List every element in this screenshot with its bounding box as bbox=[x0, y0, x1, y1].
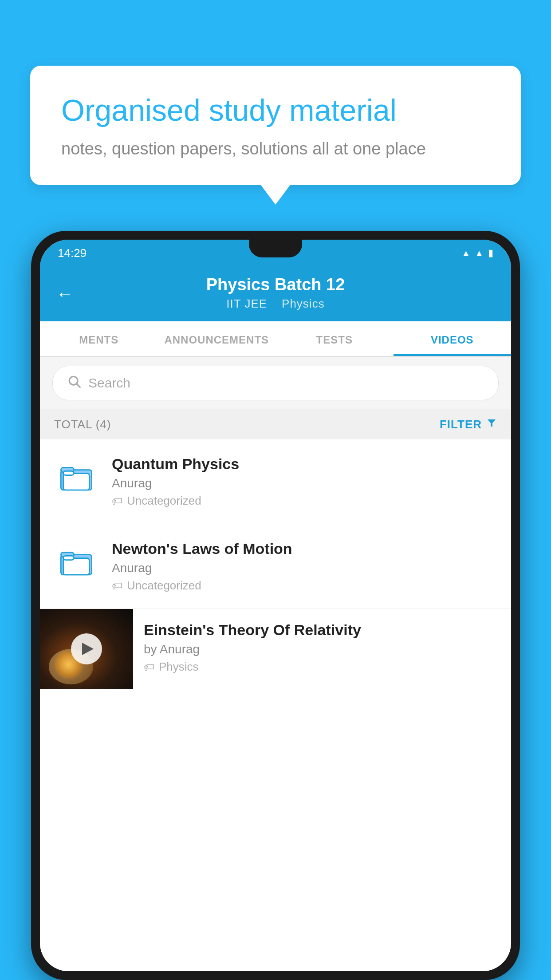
folder-icon-2 bbox=[54, 540, 98, 585]
tag-icon-3: 🏷 bbox=[144, 661, 154, 673]
item-tag-label-2: Uncategorized bbox=[127, 579, 201, 593]
total-count: TOTAL (4) bbox=[54, 418, 111, 431]
tag-icon-1: 🏷 bbox=[112, 495, 122, 507]
tab-tests[interactable]: TESTS bbox=[276, 321, 394, 356]
phone-outer: 14:29 ← Physics Batch 12 IIT JEE Physics bbox=[31, 231, 520, 980]
tab-videos[interactable]: VIDEOS bbox=[394, 321, 512, 356]
svg-line-1 bbox=[77, 384, 80, 387]
item-title-1: Quantum Physics bbox=[112, 455, 497, 473]
tab-announcements[interactable]: ANNOUNCEMENTS bbox=[158, 321, 276, 356]
filter-label: FILTER bbox=[440, 418, 482, 431]
header-title: Physics Batch 12 bbox=[58, 275, 493, 294]
header-subtitle-part1: IIT JEE bbox=[226, 297, 267, 310]
filter-funnel-icon bbox=[486, 417, 497, 431]
list-item[interactable]: Quantum Physics Anurag 🏷 Uncategorized bbox=[40, 439, 511, 524]
battery-icon bbox=[488, 247, 493, 259]
status-icons bbox=[461, 247, 493, 259]
svg-rect-6 bbox=[63, 471, 74, 475]
folder-icon-1 bbox=[54, 455, 98, 500]
item-tag-1: 🏷 Uncategorized bbox=[112, 494, 497, 508]
speech-bubble: Organised study material notes, question… bbox=[30, 66, 521, 185]
tag-icon-2: 🏷 bbox=[112, 580, 122, 592]
header-subtitle-part2: Physics bbox=[282, 297, 325, 310]
phone-wrapper: 14:29 ← Physics Batch 12 IIT JEE Physics bbox=[31, 231, 520, 980]
phone-notch bbox=[249, 240, 302, 257]
app-header: ← Physics Batch 12 IIT JEE Physics bbox=[40, 266, 511, 321]
item-author-2: Anurag bbox=[112, 561, 497, 575]
search-placeholder: Search bbox=[88, 375, 130, 391]
list-item[interactable]: Newton's Laws of Motion Anurag 🏷 Uncateg… bbox=[40, 524, 511, 609]
svg-rect-10 bbox=[63, 556, 74, 560]
item-author-3: by Anurag bbox=[144, 642, 500, 656]
speech-bubble-section: Organised study material notes, question… bbox=[30, 66, 521, 185]
item-author-1: Anurag bbox=[112, 476, 497, 490]
svg-rect-5 bbox=[63, 474, 90, 490]
content-area: Quantum Physics Anurag 🏷 Uncategorized bbox=[40, 439, 511, 971]
bubble-subtitle: notes, question papers, solutions all at… bbox=[61, 139, 490, 158]
tab-ments[interactable]: MENTS bbox=[40, 321, 158, 356]
svg-rect-9 bbox=[63, 558, 90, 575]
item-tag-label-3: Physics bbox=[159, 660, 199, 674]
item-tag-2: 🏷 Uncategorized bbox=[112, 579, 497, 593]
back-button[interactable]: ← bbox=[56, 284, 74, 304]
video-thumbnail bbox=[40, 609, 133, 689]
item-info-3: Einstein's Theory Of Relativity by Anura… bbox=[133, 609, 511, 686]
svg-marker-2 bbox=[488, 419, 496, 427]
item-tag-label-1: Uncategorized bbox=[127, 494, 201, 508]
phone-inner: 14:29 ← Physics Batch 12 IIT JEE Physics bbox=[40, 240, 511, 971]
filter-bar: TOTAL (4) FILTER bbox=[40, 409, 511, 439]
status-bar: 14:29 bbox=[40, 240, 511, 266]
list-item[interactable]: Einstein's Theory Of Relativity by Anura… bbox=[40, 609, 511, 689]
item-info-2: Newton's Laws of Motion Anurag 🏷 Uncateg… bbox=[112, 540, 497, 593]
tabs-bar: MENTS ANNOUNCEMENTS TESTS VIDEOS bbox=[40, 321, 511, 357]
search-icon bbox=[67, 374, 81, 392]
play-button[interactable] bbox=[71, 633, 102, 664]
item-info-1: Quantum Physics Anurag 🏷 Uncategorized bbox=[112, 455, 497, 508]
play-triangle-icon bbox=[82, 643, 94, 655]
item-tag-3: 🏷 Physics bbox=[144, 660, 500, 674]
search-container: Search bbox=[40, 357, 511, 409]
header-subtitle: IIT JEE Physics bbox=[58, 297, 493, 311]
signal-icon bbox=[475, 248, 484, 258]
item-title-3: Einstein's Theory Of Relativity bbox=[144, 621, 500, 639]
bubble-title: Organised study material bbox=[61, 92, 490, 129]
wifi-icon bbox=[461, 248, 470, 258]
status-time: 14:29 bbox=[58, 246, 87, 260]
filter-button[interactable]: FILTER bbox=[440, 417, 497, 431]
search-box[interactable]: Search bbox=[52, 366, 499, 400]
item-title-2: Newton's Laws of Motion bbox=[112, 540, 497, 557]
